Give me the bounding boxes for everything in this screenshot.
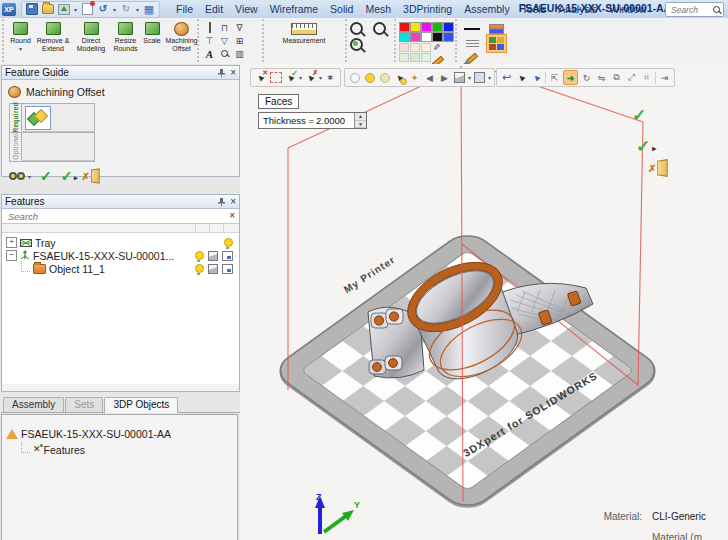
render-mode-icon[interactable] [473, 71, 486, 84]
measurement-button[interactable]: Measurement [267, 19, 341, 62]
round-button[interactable]: Round ▾ [7, 19, 34, 62]
color-swatch[interactable] [410, 22, 421, 32]
tab-sets[interactable]: Sets [65, 397, 103, 412]
visibility-bulb-icon[interactable] [195, 264, 204, 273]
app-logo[interactable]: XP [2, 3, 16, 16]
pin-icon[interactable] [217, 68, 226, 78]
previous-view-icon[interactable]: ◀ [423, 71, 436, 84]
reject-pick-icon[interactable]: ►✗ [304, 71, 317, 84]
triangle-dimension-icon[interactable]: ▽ [221, 36, 228, 46]
clear-selection-icon[interactable]: ►✕ [254, 71, 267, 84]
close-icon[interactable]: × [230, 68, 236, 78]
next-view-icon[interactable]: ▶ [438, 71, 451, 84]
pale-swatch[interactable] [421, 53, 431, 62]
tab-3dp-objects[interactable]: 3DP Objects [104, 397, 178, 413]
find-annotation-icon[interactable] [221, 49, 228, 59]
viewport-ok-button[interactable]: ✓ [632, 108, 646, 124]
pick-light-icon[interactable]: ► [393, 71, 406, 84]
display-mode-icon[interactable] [222, 264, 233, 274]
datum-dimension-icon[interactable]: ⊤ [206, 36, 214, 46]
color-swatch[interactable] [399, 22, 410, 32]
line-width-icon[interactable] [466, 40, 479, 48]
open-icon[interactable] [42, 4, 54, 15]
selected-hole-face[interactable] [373, 363, 382, 372]
spin-up-icon[interactable]: ▲ [355, 113, 366, 121]
menu-wireframe[interactable]: Wireframe [264, 1, 324, 18]
zoom-in-icon[interactable] [350, 22, 363, 35]
direct-modeling-button[interactable]: Direct Modeling [72, 19, 110, 62]
tab-assembly[interactable]: Assembly [3, 397, 64, 412]
redo-dropdown-icon[interactable]: ▾ [136, 6, 139, 13]
scale-button[interactable]: Scale [141, 19, 163, 62]
display-mode-icon[interactable] [222, 251, 233, 261]
selected-hole-face[interactable] [374, 316, 383, 325]
text-tool-icon[interactable]: A [206, 49, 213, 59]
tree-row-component[interactable]: − FSAEUK-15-XXX-SU-00001... [2, 249, 239, 262]
linear-dimension-icon[interactable] [209, 23, 211, 33]
remove-extend-button[interactable]: Remove & Extend [34, 19, 72, 62]
active-move-icon[interactable]: ➜ [563, 70, 578, 85]
pale-swatch[interactable] [399, 53, 409, 62]
menu-view[interactable]: View [229, 1, 264, 18]
faces-selection-tile[interactable] [25, 106, 51, 130]
spin-down-icon[interactable]: ▼ [355, 121, 366, 129]
view-dropdown-icon[interactable]: ▾ [468, 74, 471, 81]
fit-icon[interactable]: ⤢ [625, 71, 638, 84]
menu-mesh[interactable]: Mesh [359, 1, 397, 18]
objects-root-row[interactable]: FSAEUK-15-XXX-SU-00001-AA [2, 427, 237, 440]
pick-dropdown-icon[interactable]: ▾ [299, 74, 302, 81]
hatch-style-icon[interactable] [489, 24, 504, 34]
pale-swatch[interactable] [410, 53, 420, 62]
snap-icon[interactable]: ⌗ [640, 71, 653, 84]
zoom-selected-icon[interactable] [350, 38, 363, 51]
faces-chip[interactable]: Faces [258, 94, 299, 109]
clear-search-icon[interactable]: × [229, 211, 235, 221]
tree-row-object[interactable]: Object 11_1 [2, 262, 239, 275]
pick-tool-icon[interactable]: ► [515, 71, 528, 84]
search-icon[interactable] [713, 6, 720, 13]
thickness-spinner[interactable]: ▲▼ [354, 113, 366, 128]
menu-solid[interactable]: Solid [324, 1, 359, 18]
zoom-window-icon[interactable] [373, 22, 386, 35]
close-icon[interactable]: × [230, 197, 236, 207]
features-search-input[interactable] [6, 210, 229, 223]
resize-rounds-button[interactable]: Resize Rounds [110, 19, 141, 62]
search-input[interactable] [669, 3, 711, 16]
collapse-icon[interactable]: − [6, 250, 17, 261]
annotation-visibility-icon[interactable]: ▥ [235, 49, 244, 59]
mirror-icon[interactable]: ⇋ [595, 71, 608, 84]
selected-hole-face[interactable] [389, 312, 398, 321]
objects-features-row[interactable]: ✕ Features [2, 443, 237, 456]
box-dimension-icon[interactable]: ⊞ [236, 36, 244, 46]
return-icon[interactable]: ↩ [500, 71, 513, 84]
ok-button[interactable]: ✓ [40, 170, 52, 182]
more-tools-icon[interactable]: ⇥ [658, 71, 671, 84]
frame-dimension-icon[interactable]: ⊓ [221, 23, 228, 33]
viewport-apply-button[interactable]: ✓▸ [636, 139, 650, 155]
align-icon[interactable]: ⇱ [548, 71, 561, 84]
pale-swatch[interactable] [421, 43, 431, 52]
color-swatch[interactable] [421, 22, 432, 32]
redo-icon[interactable]: ↻ [120, 4, 132, 15]
apply-style-icon[interactable] [466, 53, 478, 65]
render-style-icon[interactable] [486, 34, 507, 53]
apply-button[interactable]: ✓ [61, 170, 73, 182]
reject-dropdown-icon[interactable]: ▾ [319, 74, 322, 81]
menu-file[interactable]: File [170, 1, 199, 18]
visibility-bulb-icon[interactable] [224, 238, 233, 247]
copy-icon[interactable] [81, 4, 93, 15]
viewport-exit-button[interactable]: ✗ [648, 160, 668, 176]
render-dropdown-icon[interactable]: ▾ [488, 74, 491, 81]
part-model[interactable] [360, 250, 600, 385]
confirm-pick-icon[interactable]: ►✓ [284, 71, 297, 84]
light-dim-icon[interactable] [378, 71, 391, 84]
solid-display-icon[interactable] [208, 264, 218, 274]
undo-icon[interactable]: ↺ [97, 4, 109, 15]
eyedropper-icon[interactable]: ✎ [431, 43, 441, 51]
export-dropdown-icon[interactable]: ▾ [74, 6, 77, 13]
pale-swatch[interactable] [399, 43, 409, 52]
pale-swatch[interactable] [410, 43, 420, 52]
visibility-bulb-icon[interactable] [195, 251, 204, 260]
color-swatch[interactable] [432, 22, 443, 32]
angle-dimension-icon[interactable]: ∇ [236, 23, 242, 33]
